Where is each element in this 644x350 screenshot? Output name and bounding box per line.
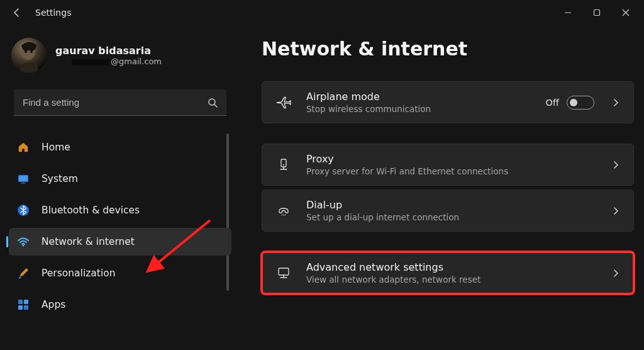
avatar [11, 38, 47, 73]
sidebar-item-personalization[interactable]: Personalization [9, 259, 231, 287]
svg-rect-20 [279, 268, 289, 275]
svg-rect-7 [19, 176, 28, 181]
sidebar-item-network[interactable]: Network & internet [9, 228, 231, 256]
sidebar-item-apps[interactable]: Apps [9, 291, 231, 319]
minimize-button[interactable] [553, 3, 582, 23]
card-title: Proxy [306, 153, 598, 165]
svg-point-16 [283, 164, 284, 166]
airplane-toggle[interactable] [567, 96, 594, 110]
sidebar-item-label: Apps [42, 299, 65, 310]
card-subtitle: Set up a dial-up internet connection [306, 212, 598, 222]
card-title: Airplane mode [306, 91, 532, 103]
bluetooth-icon [16, 203, 30, 217]
chevron-right-icon [612, 98, 619, 108]
close-button[interactable] [611, 3, 640, 23]
card-airplane-mode[interactable]: Airplane mode Stop wireless communicatio… [262, 81, 634, 123]
sidebar-item-system[interactable]: System [9, 165, 231, 193]
svg-point-17 [282, 214, 283, 215]
svg-point-5 [209, 99, 215, 105]
user-profile[interactable]: gaurav bidasaria @gmail.com [9, 38, 231, 84]
brush-icon [16, 266, 30, 280]
sidebar-item-label: Home [42, 142, 70, 153]
sidebar-item-label: Personalization [42, 268, 116, 279]
svg-rect-13 [18, 305, 23, 310]
search-icon [208, 98, 218, 108]
chevron-right-icon [612, 268, 619, 278]
svg-point-19 [285, 214, 286, 215]
home-icon [16, 140, 30, 154]
sidebar-item-bluetooth[interactable]: Bluetooth & devices [9, 196, 231, 224]
card-subtitle: Proxy server for Wi-Fi and Ethernet conn… [306, 166, 598, 176]
card-title: Dial-up [306, 199, 598, 211]
svg-rect-0 [594, 10, 600, 16]
svg-point-3 [25, 50, 27, 54]
card-dialup[interactable]: Dial-up Set up a dial-up internet connec… [262, 189, 634, 232]
svg-rect-12 [24, 300, 28, 304]
search-input-wrapper [14, 89, 226, 116]
search-input[interactable] [14, 89, 226, 115]
svg-rect-15 [281, 159, 286, 167]
monitor-network-icon [275, 264, 292, 282]
chevron-right-icon [612, 206, 619, 216]
phone-icon [275, 202, 292, 220]
svg-point-18 [283, 214, 284, 215]
sidebar-item-label: Bluetooth & devices [42, 205, 140, 216]
user-name: gaurav bidasaria [55, 45, 162, 57]
card-advanced-network[interactable]: Advanced network settings View all netwo… [262, 252, 634, 294]
sidebar-item-label: Network & internet [42, 236, 135, 247]
svg-point-10 [23, 245, 25, 247]
svg-rect-14 [24, 305, 28, 310]
sidebar-item-label: System [42, 173, 78, 184]
sidebar-item-home[interactable]: Home [9, 133, 231, 161]
proxy-icon [275, 156, 292, 174]
page-title: Network & internet [262, 38, 634, 60]
system-icon [16, 172, 30, 186]
svg-rect-8 [21, 183, 25, 183]
user-email: @gmail.com [55, 57, 162, 66]
maximize-button[interactable] [582, 3, 611, 23]
svg-point-4 [30, 50, 33, 54]
card-title: Advanced network settings [306, 261, 598, 273]
window-title: Settings [35, 8, 71, 18]
wifi-icon [16, 235, 30, 249]
card-subtitle: Stop wireless communication [306, 104, 532, 114]
back-button[interactable] [11, 7, 23, 18]
card-proxy[interactable]: Proxy Proxy server for Wi-Fi and Etherne… [262, 144, 634, 186]
chevron-right-icon [612, 160, 619, 170]
airplane-icon [275, 94, 292, 111]
card-subtitle: View all network adapters, network reset [306, 274, 598, 285]
apps-icon [16, 298, 30, 312]
toggle-label: Off [546, 98, 559, 108]
svg-rect-11 [18, 300, 23, 304]
sidebar-scrollbar[interactable] [226, 133, 229, 291]
